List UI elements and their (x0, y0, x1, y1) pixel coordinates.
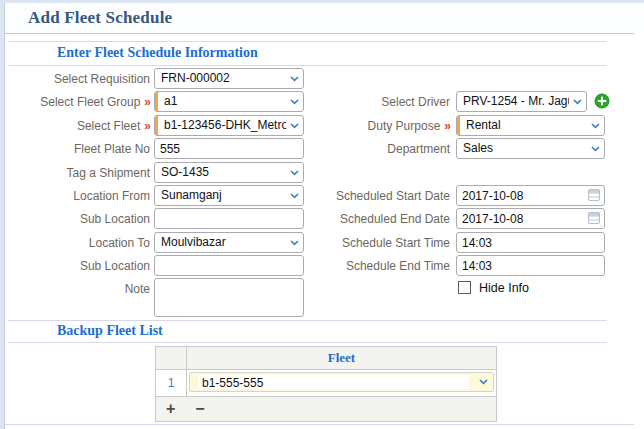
location-from-label: Location From (8, 185, 150, 206)
plate-no-label: Fleet Plate No (8, 138, 150, 159)
chevron-down-icon (588, 140, 603, 157)
department-value: Sales (457, 139, 587, 158)
location-to-label: Location To (8, 232, 150, 253)
section-top-divider (8, 41, 607, 42)
chevron-down-icon (570, 93, 585, 110)
fleet-column-header: Fleet (187, 347, 496, 369)
shipment-label: Tag a Shipment (8, 162, 150, 183)
required-marker: » (144, 116, 150, 136)
row-index: 1 (156, 370, 187, 396)
page-bottom-divider (5, 424, 634, 425)
page-title: Add Fleet Schedule (28, 8, 172, 28)
fleet-group-select[interactable]: a1 (154, 91, 304, 112)
end-date-input[interactable] (456, 208, 605, 229)
start-time-label: Schedule Start Time (300, 232, 450, 253)
remove-row-button[interactable]: − (195, 401, 204, 417)
driver-value: PRV-1254 - Mr. Jagu (457, 92, 569, 111)
table-row: 1 b1-555-555 (156, 370, 496, 397)
start-date-field (456, 185, 605, 206)
end-time-input[interactable] (456, 255, 605, 276)
duty-purpose-label: Duty Purpose » (300, 115, 450, 136)
title-bar-divider (5, 33, 634, 34)
fleet-group-label: Select Fleet Group » (8, 91, 150, 112)
requisition-select[interactable]: FRN-000002 (154, 68, 304, 89)
chevron-down-icon (476, 373, 491, 391)
calendar-icon[interactable] (588, 189, 600, 201)
location-from-value: Sunamganj (155, 186, 286, 205)
backup-section-title: Backup Fleet List (57, 323, 163, 339)
duty-purpose-select[interactable]: Rental (456, 115, 605, 136)
note-textarea[interactable] (154, 278, 304, 317)
sub-location-from-input[interactable] (154, 208, 304, 229)
chevron-down-icon (588, 117, 603, 134)
backup-section-top-divider (8, 320, 607, 321)
hide-info-checkbox[interactable] (458, 281, 471, 294)
table-footer: + − (156, 397, 496, 421)
end-date-label: Scheduled End Date (300, 208, 450, 229)
chevron-down-icon (287, 70, 302, 87)
fleet-group-value: a1 (158, 92, 286, 111)
location-from-select[interactable]: Sunamganj (154, 185, 304, 206)
start-date-label: Scheduled Start Date (300, 185, 450, 206)
backup-fleet-select[interactable]: b1-555-555 (189, 372, 494, 392)
department-select[interactable]: Sales (456, 138, 605, 159)
driver-label: Select Driver (300, 91, 450, 112)
department-label: Department (300, 138, 450, 159)
chevron-down-icon (287, 164, 302, 181)
backup-fleet-table: Fleet 1 b1-555-555 + − (155, 346, 497, 422)
panel-left-border (4, 3, 5, 429)
sub-location-to-input[interactable] (154, 255, 304, 276)
driver-select[interactable]: PRV-1254 - Mr. Jagu (456, 91, 587, 112)
start-time-input[interactable] (456, 232, 605, 253)
required-marker: » (144, 92, 150, 112)
requisition-value: FRN-000002 (155, 69, 286, 88)
sub-location-from-label: Sub Location (8, 208, 150, 229)
location-to-select[interactable]: Moulvibazar (154, 232, 304, 253)
fleet-select[interactable]: b1-123456-DHK_Metro (154, 115, 304, 136)
plate-no-input[interactable] (154, 138, 304, 159)
index-column-header (156, 347, 187, 369)
shipment-select[interactable]: SO-1435 (154, 162, 304, 183)
hide-info-label: Hide Info (479, 281, 529, 295)
section-title-divider (8, 65, 607, 66)
fleet-cell: b1-555-555 (187, 370, 496, 396)
backup-fleet-value: b1-555-555 (198, 375, 469, 389)
end-time-label: Schedule End Time (300, 255, 450, 276)
fleet-label: Select Fleet » (8, 115, 150, 136)
requisition-label: Select Requisition (8, 68, 150, 89)
required-marker: » (444, 116, 450, 136)
duty-purpose-value: Rental (460, 116, 587, 135)
calendar-icon[interactable] (588, 212, 600, 224)
sub-location-to-label: Sub Location (8, 255, 150, 276)
add-fleet-schedule-page: Add Fleet Schedule Enter Fleet Schedule … (0, 0, 644, 429)
info-section-title: Enter Fleet Schedule Information (57, 45, 258, 61)
start-date-input[interactable] (456, 185, 605, 206)
end-date-field (456, 208, 605, 229)
note-label: Note (8, 278, 150, 299)
add-driver-icon[interactable] (594, 93, 610, 109)
fleet-value: b1-123456-DHK_Metro (158, 116, 286, 135)
shipment-value: SO-1435 (155, 163, 286, 182)
backup-title-divider (8, 342, 607, 343)
location-to-value: Moulvibazar (155, 233, 286, 252)
add-row-button[interactable]: + (166, 401, 175, 417)
table-header-row: Fleet (156, 347, 496, 370)
